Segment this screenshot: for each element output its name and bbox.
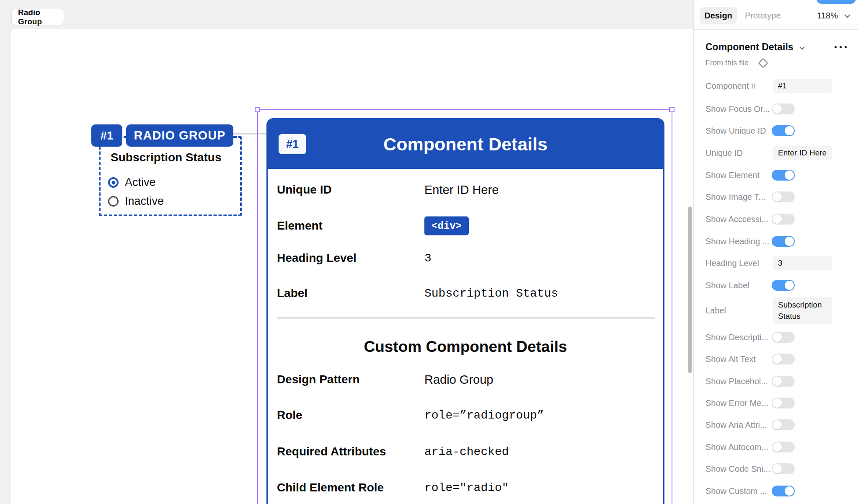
toggle-knob [773,464,782,473]
toggle-show-code-sni[interactable] [772,463,795,474]
card-row-label: Label [277,287,308,300]
toggle-show-unique-id[interactable] [772,125,795,136]
toggle-knob [785,171,794,180]
annotation-connector-line [233,133,267,134]
card-row-label: Required Attributes [277,445,386,458]
properties-panel: Design Prototype 118% Component Details … [693,0,858,504]
radio-option-inactive[interactable]: Inactive [108,195,164,208]
radio-group-legend: Subscription Status [111,151,221,164]
more-options-button[interactable] [835,46,847,48]
toggle-knob [785,237,794,246]
toggle-show-autocom[interactable] [772,442,795,452]
frame-name-label: Radio Group [18,8,64,26]
toggle-show-label[interactable] [772,280,795,291]
card-row-label: Design Pattern [277,373,360,386]
component-number-badge: #1 [91,124,122,147]
panel-row-label: Label [706,306,726,315]
panel-row-label: Show Label [706,281,749,290]
radio-dot [111,181,115,184]
canvas-scrollbar-thumb[interactable] [688,207,692,373]
toggle-knob [773,377,782,386]
input-heading-level[interactable]: 3 [773,256,832,270]
panel-row-label: Show Placehol... [706,377,768,386]
toggle-knob [773,215,782,224]
panel-row-label: Show Code Sni... [706,464,770,474]
app-window: Radio Group #1 RADIO GROUP Subscription … [0,0,858,504]
selection-outline-left [257,109,258,504]
toggle-show-error-me[interactable] [772,398,795,408]
component-number-text: #1 [100,129,113,142]
panel-row-label: Show Heading ... [706,237,769,246]
card-header: #1 Component Details [268,119,663,169]
plugin-title: Component Details [706,41,793,53]
card-row-value: aria-checked [424,445,509,458]
card-row-value: Subscription Status [424,287,558,300]
selection-outline-top [257,109,672,110]
chevron-down-icon[interactable] [799,44,805,50]
panel-row-label: Show Element [706,171,760,180]
card-row-value: role=”radiogroup” [424,409,544,422]
toggle-show-aria-attri[interactable] [772,419,795,430]
component-diamond-icon [758,58,768,68]
card-row-label: Element [277,219,323,233]
panel-row-label: Show Aria Attri... [706,420,767,430]
card-subheading: Custom Component Details [268,338,663,356]
component-details-card[interactable]: #1 Component Details Unique IDEnter ID H… [266,118,664,504]
component-type-text: RADIO GROUP [134,129,226,142]
toggle-knob [773,192,782,202]
card-row-value: <div> [424,217,469,235]
input-component[interactable]: #1 [773,79,832,93]
toggle-show-alt-text[interactable] [772,354,795,364]
toggle-knob [773,354,782,364]
input-label[interactable]: Subscription Status [773,297,832,324]
panel-row-label: Show Custom ... [706,486,767,496]
input-unique-id[interactable]: Enter ID Here [773,146,832,160]
zoom-level-value: 118% [817,11,838,21]
panel-row-label: Show Image T... [706,192,765,202]
panel-row-label: Show Acccessi... [706,215,768,224]
panel-topbar: Design Prototype 118% [694,0,858,30]
toolbar-blue-button-partial[interactable] [817,0,856,4]
toggle-show-focus-or[interactable] [772,103,795,114]
toggle-knob [773,333,782,342]
radio-selected-icon[interactable] [108,177,119,188]
panel-row-label: Heading Level [706,258,759,268]
chevron-down-icon [844,12,850,18]
panel-row-label: Show Error Me... [706,398,768,408]
card-row-value: role="radio" [424,481,509,494]
card-row-label: Unique ID [277,183,332,196]
card-row-label: Child Element Role [277,481,384,494]
toggle-show-custom[interactable] [772,486,795,496]
toggle-knob [773,104,782,114]
selection-handle-top-left[interactable] [255,107,260,112]
component-type-badge: RADIO GROUP [126,124,233,147]
radio-option-active[interactable]: Active [108,176,164,189]
toggle-knob [773,442,782,452]
toggle-show-placehol[interactable] [772,376,795,387]
radio-unselected-icon[interactable] [108,196,119,207]
radio-group-options: ActiveInactive [108,176,164,208]
selection-handle-top-right[interactable] [669,107,675,112]
frame-name-chip[interactable]: Radio Group [11,9,64,25]
toggle-show-element[interactable] [772,170,795,181]
toggle-knob [785,281,794,290]
panel-row-label: Show Unique ID [706,126,766,136]
toggle-show-descripti[interactable] [772,332,795,343]
tab-design[interactable]: Design [700,7,737,24]
radio-option-label: Active [125,176,156,189]
panel-row-label: Show Alt Text [706,354,756,364]
panel-row-label: Show Descripti... [706,333,768,342]
card-number-badge: #1 [279,134,306,154]
toggle-show-heading[interactable] [772,236,795,247]
toggle-show-image-t[interactable] [772,191,795,202]
toggle-show-acccessi[interactable] [772,214,795,225]
panel-row-label: Show Focus Or... [706,104,770,114]
card-row-value: Radio Group [424,373,493,387]
zoom-control[interactable]: 118% [817,7,849,24]
tab-design-label: Design [704,11,732,21]
toggle-knob [773,398,782,408]
card-row-value: Enter ID Here [424,183,499,197]
panel-row-label: Component # [706,81,756,91]
radio-option-label: Inactive [125,195,164,208]
tab-prototype[interactable]: Prototype [745,7,781,24]
